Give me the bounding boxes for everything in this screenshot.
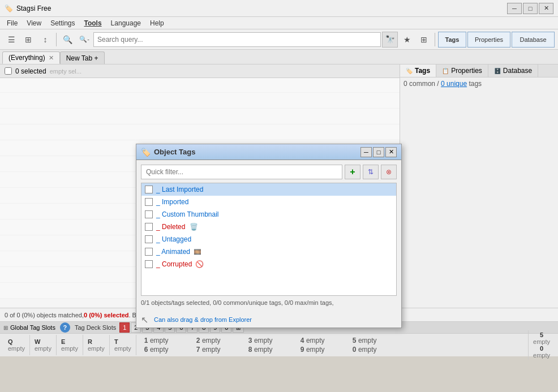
modal-titlebar: 🏷️ Object Tags ─ □ ✕ — [136, 144, 401, 160]
slot-e-key: E — [61, 338, 65, 345]
slot-t-key: T — [114, 338, 118, 345]
deck-slots-body: 1 empty 2 empty 3 empty 4 empty 5 empty … — [141, 336, 400, 354]
modal-title-icon: 🏷️ — [141, 148, 151, 157]
slot-t-val: empty — [114, 345, 131, 352]
toolbar: ☰ ⊞ ↕ 🔍 🔍- 🔭 ★ ⊞ Tags Properties Databas… — [0, 29, 558, 50]
menu-tools[interactable]: Tools — [80, 18, 106, 28]
modal-footer: 0/1 objects/tags selected, 0/0 common/un… — [141, 296, 397, 307]
final-slot: 5 empty 0 empty — [528, 330, 555, 360]
app-title: Stagsi Free — [16, 5, 51, 12]
properties-button[interactable]: Properties — [467, 32, 510, 48]
list-item[interactable]: _ Untagged — [141, 233, 396, 245]
menu-help[interactable]: Help — [145, 18, 169, 28]
tab-close-icon[interactable]: ✕ — [49, 54, 54, 62]
menu-settings[interactable]: Settings — [46, 18, 79, 28]
final-slot-key2: 0 — [540, 345, 543, 352]
slot-e: E empty — [57, 335, 83, 355]
list-item-label: _ Deleted — [156, 223, 185, 231]
toolbar-separator-1 — [56, 33, 57, 46]
main-area: 0 selected empty sel... 🏷️ Tags 📋 Proper… — [0, 64, 558, 308]
final-slot-top-val: empty — [533, 338, 550, 345]
list-item-checkbox[interactable] — [145, 235, 153, 243]
list-item-checkbox[interactable] — [145, 223, 153, 231]
star-button[interactable]: ★ — [399, 32, 415, 48]
maximize-button[interactable]: □ — [523, 3, 538, 14]
list-item[interactable]: _ Imported — [141, 196, 396, 208]
list-item-checkbox[interactable] — [145, 248, 153, 256]
slot-w: W empty — [30, 335, 57, 355]
menu-view[interactable]: View — [22, 18, 46, 28]
global-tag-slots-header: ⊞ Global Tag Slots — [3, 324, 55, 331]
modal-add-btn[interactable]: + — [345, 165, 360, 179]
sort-button[interactable]: ↕ — [37, 32, 53, 48]
slot-q: Q empty — [3, 335, 30, 355]
deck-slot-6: 6 empty — [141, 345, 192, 354]
drag-hint-text: Can also drag & drop from Explorer — [152, 314, 254, 325]
minimize-button[interactable]: ─ — [507, 3, 522, 14]
modal-footer-stats: 0/1 objects/tags selected, 0/0 common/un… — [141, 299, 334, 306]
modal-minimize-btn[interactable]: ─ — [360, 147, 372, 157]
drag-arrow-icon: ↖ — [141, 315, 148, 325]
deck-slot-3: 3 empty — [245, 336, 296, 345]
global-slots: Q empty W empty E empty R empty T empty — [3, 335, 136, 355]
modal-sort-btn[interactable]: ⇅ — [363, 165, 379, 179]
modal-filter-input[interactable] — [141, 165, 342, 179]
list-item-checkbox[interactable] — [145, 186, 153, 193]
list-item[interactable]: _ Custom Thumbnail — [141, 208, 396, 221]
global-tag-slots-label: Global Tag Slots — [10, 324, 55, 331]
list-item[interactable]: _ Last Imported — [141, 183, 396, 196]
grid-button[interactable]: ⊞ — [416, 32, 432, 48]
slot-w-key: W — [35, 338, 40, 345]
list-item[interactable]: _ Deleted 🗑️ — [141, 221, 396, 233]
zoom-out-button[interactable]: 🔍- — [76, 32, 92, 48]
deck-slot-5: 5 empty — [349, 336, 400, 345]
status-text: 0 of 0 (0%) objects matched, — [5, 312, 84, 318]
tag-deck-label: Tag Deck Slots — [75, 324, 116, 331]
slot-r-val: empty — [88, 345, 105, 352]
list-item-label: _ Animated — [156, 248, 190, 256]
slot-q-val: empty — [8, 345, 25, 352]
tab-everything[interactable]: (Everything) ✕ — [2, 51, 60, 64]
deck-slots-bottom-row: 6 empty 7 empty 8 empty 9 empty 0 empty — [141, 345, 400, 354]
search-button[interactable]: 🔭 — [382, 32, 398, 48]
modal-close-btn[interactable]: ✕ — [385, 147, 397, 157]
corrupted-icon: 🚫 — [195, 260, 204, 268]
modal-delete-btn[interactable]: ⊗ — [381, 165, 397, 179]
list-item-checkbox[interactable] — [145, 210, 153, 218]
slot-e-val: empty — [61, 345, 78, 352]
menu-language[interactable]: Language — [106, 18, 145, 28]
object-tags-dialog: 🏷️ Object Tags ─ □ ✕ + ⇅ ⊗ — [136, 144, 402, 328]
list-item-label: _ Last Imported — [156, 186, 203, 193]
database-button[interactable]: Database — [512, 32, 555, 48]
list-item[interactable]: _ Corrupted 🚫 — [141, 258, 396, 270]
modal-maximize-btn[interactable]: □ — [373, 147, 384, 157]
help-icon[interactable]: ? — [60, 322, 70, 333]
deck-slot-1: 1 empty — [141, 336, 192, 345]
modal-body: + ⇅ ⊗ _ Last Imported _ Imported — [136, 160, 401, 312]
deck-slot-2: 2 empty — [193, 336, 244, 345]
tab-new-label: New Tab + — [66, 54, 98, 62]
menu-bar: File View Settings Tools Language Help — [0, 17, 558, 29]
title-bar: 🏷️ Stagsi Free ─ □ ✕ — [0, 0, 558, 17]
grid-view-button[interactable]: ⊞ — [20, 32, 36, 48]
menu-file[interactable]: File — [2, 18, 22, 28]
list-item-label: _ Untagged — [156, 235, 191, 243]
tab-bar: (Everything) ✕ New Tab + — [0, 50, 558, 64]
tags-button[interactable]: Tags — [438, 32, 466, 48]
close-button[interactable]: ✕ — [539, 3, 553, 14]
animated-icon: 🎞️ — [194, 248, 201, 256]
deck-slot-0: 0 empty — [349, 345, 400, 354]
list-view-button[interactable]: ☰ — [3, 32, 19, 48]
list-item-checkbox[interactable] — [145, 198, 153, 206]
deck-slot-7: 7 empty — [193, 345, 244, 354]
tab-new[interactable]: New Tab + — [60, 51, 105, 64]
tab-everything-label: (Everything) — [8, 54, 45, 62]
list-item-checkbox[interactable] — [145, 260, 153, 268]
modal-filter-row: + ⇅ ⊗ — [141, 165, 397, 179]
slot-num-1[interactable]: 1 — [119, 322, 130, 333]
zoom-in-button[interactable]: 🔍 — [59, 32, 75, 48]
search-input[interactable] — [93, 32, 381, 47]
slot-r: R empty — [83, 335, 110, 355]
list-item[interactable]: _ Animated 🎞️ — [141, 245, 396, 258]
deck-slots-top-row: 1 empty 2 empty 3 empty 4 empty 5 empty — [141, 336, 400, 345]
